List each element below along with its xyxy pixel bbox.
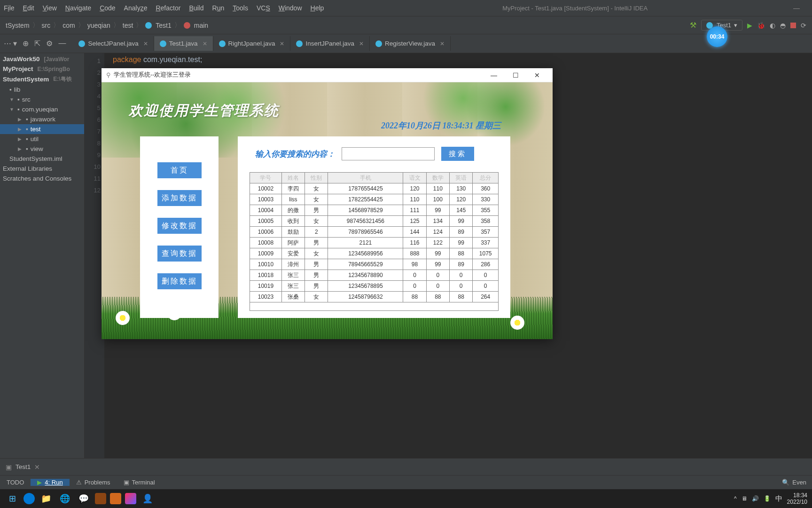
table-header[interactable]: 手机 [328, 173, 403, 183]
dropdown-icon[interactable]: ⋯ ▾ [4, 39, 17, 48]
intellij-icon[interactable] [125, 493, 136, 504]
folder-view[interactable]: ▶▪view [0, 144, 84, 154]
close-icon[interactable]: ✕ [359, 40, 364, 47]
close-icon[interactable]: ✕ [34, 463, 40, 471]
folder-lib[interactable]: ▪lib [0, 85, 84, 95]
run-icon[interactable]: ▶ [747, 22, 752, 29]
search-input[interactable] [342, 147, 435, 160]
scratches[interactable]: Scratches and Consoles [0, 174, 84, 183]
swing-titlebar[interactable]: ⚲ 学生管理系统--欢迎张三登录 — ☐ ✕ [102, 68, 553, 82]
table-row[interactable]: 10005收到女98745632145612513499358 [250, 216, 499, 227]
menu-view[interactable]: View [43, 4, 57, 12]
chrome-icon[interactable]: 🌐 [57, 491, 72, 506]
menu-vcs[interactable]: VCS [257, 4, 270, 12]
update-icon[interactable]: ⟳ [801, 22, 806, 29]
table-row[interactable]: 10002李四女17876554425120110130360 [250, 183, 499, 194]
crumb[interactable]: test [123, 22, 133, 29]
project-root[interactable]: JavaWork50[JavaWor [0, 54, 84, 64]
table-header[interactable]: 姓名 [281, 173, 304, 183]
close-icon[interactable]: ✕ [280, 40, 284, 47]
menu-analyze[interactable]: Analyze [124, 4, 148, 12]
tab-selectjpanel[interactable]: SelectJPanel.java✕ [73, 36, 154, 51]
project-root[interactable]: MyProjectE:\SpringBo [0, 64, 84, 74]
minimize-button[interactable]: — [483, 71, 505, 79]
home-button[interactable]: 首页 [157, 162, 202, 178]
table-row[interactable]: 10008阿萨男212111612299337 [250, 238, 499, 248]
timer-badge[interactable]: 00:34 [707, 26, 727, 47]
table-row[interactable]: 10023张桑女12458796632888888264 [250, 292, 499, 302]
file-iml[interactable]: StudentSystem.iml [0, 154, 84, 164]
todo-tool[interactable]: TODO [0, 479, 31, 486]
table-header[interactable]: 数学 [426, 173, 449, 183]
edge-icon[interactable] [23, 493, 35, 504]
table-row[interactable]: 10004的撒男1456897852911199145355 [250, 205, 499, 216]
terminal-tool[interactable]: ▣Terminal [117, 479, 162, 486]
table-header[interactable]: 语文 [403, 173, 426, 183]
project-root[interactable]: StudentSystemE:\粤铁 [0, 74, 84, 85]
clock[interactable]: 18:34 2022/10 [787, 492, 807, 506]
problems-tool[interactable]: ⚠Problems [70, 479, 117, 486]
profiler-icon[interactable]: ◓ [780, 22, 786, 29]
edit-button[interactable]: 修改数据 [157, 218, 202, 234]
crumb[interactable]: src [42, 22, 51, 29]
crumb[interactable]: tSystem [6, 22, 30, 29]
crumb[interactable]: Test1 [156, 22, 171, 29]
external-libraries[interactable]: External Libraries [0, 164, 84, 174]
tab-test1[interactable]: Test1.java✕ [154, 36, 213, 51]
code-line[interactable]: package com.yueqian.test; [113, 55, 202, 64]
table-header[interactable]: 性别 [305, 173, 328, 183]
menu-help[interactable]: Help [311, 4, 324, 12]
run-tab-label[interactable]: Test1 [16, 463, 31, 470]
tab-registerview[interactable]: RegisterView.java✕ [370, 36, 451, 51]
folder-src[interactable]: ▼▪src [0, 95, 84, 104]
table-header[interactable]: 英语 [450, 173, 473, 183]
close-icon[interactable]: ✕ [143, 40, 148, 47]
stop-icon[interactable] [790, 23, 796, 28]
add-button[interactable]: 添加数据 [157, 190, 202, 206]
close-icon[interactable]: ✕ [440, 40, 445, 47]
table-row[interactable]: 10010漳州男78945665529989989286 [250, 259, 499, 270]
app-icon[interactable] [95, 493, 106, 504]
tab-insertjpanel[interactable]: InsertJPanel.java✕ [290, 36, 370, 51]
maximize-button[interactable]: ☐ [505, 71, 526, 79]
crumb[interactable]: yueqian [87, 22, 110, 29]
wechat-icon[interactable]: 💬 [76, 491, 91, 506]
menu-run[interactable]: Run [212, 4, 225, 12]
folder-pkg[interactable]: ▼▪com.yueqian [0, 104, 84, 114]
tray-monitor-icon[interactable]: 🖥 [742, 495, 747, 502]
hide-icon[interactable]: — [58, 39, 66, 48]
table-header[interactable]: 学号 [250, 173, 282, 183]
tray-chevron-icon[interactable]: ^ [734, 495, 737, 502]
table-row[interactable]: 10019张三男123456788950000 [250, 281, 499, 292]
query-button[interactable]: 查询数据 [157, 246, 202, 262]
coverage-icon[interactable]: ◐ [770, 22, 775, 29]
delete-button[interactable]: 删除数据 [157, 273, 202, 289]
debug-icon[interactable]: 🐞 [757, 22, 765, 29]
build-icon[interactable]: ⚒ [690, 21, 696, 30]
menu-tools[interactable]: Tools [233, 4, 248, 12]
crumb[interactable]: com [62, 22, 75, 29]
app-icon[interactable]: 👤 [140, 491, 155, 506]
gear-icon[interactable]: ⚙ [46, 39, 53, 48]
tab-rightjpanel[interactable]: RightJpanel.java✕ [213, 36, 291, 51]
folder-test[interactable]: ▶▪test [0, 124, 84, 134]
app-icon[interactable] [110, 493, 121, 504]
run-tool[interactable]: ▶4: Run [31, 479, 69, 486]
project-tree[interactable]: JavaWork50[JavaWor MyProjectE:\SpringBo … [0, 53, 85, 458]
folder-util[interactable]: ▶▪util [0, 134, 84, 144]
start-icon[interactable]: ⊞ [5, 491, 20, 506]
collapse-icon[interactable]: ⇱ [34, 39, 40, 48]
explorer-icon[interactable]: 📁 [39, 491, 54, 506]
menu-file[interactable]: File [4, 4, 15, 12]
table-row[interactable]: 10018张三男123456788900000 [250, 270, 499, 281]
table-row[interactable]: 10006鼓励27897896554614412489357 [250, 227, 499, 238]
crumb[interactable]: main [194, 22, 208, 29]
table-header[interactable]: 总分 [473, 173, 499, 183]
search-button[interactable]: 搜索 [441, 147, 474, 161]
menu-refactor[interactable]: Refactor [156, 4, 180, 12]
menu-build[interactable]: Build [189, 4, 203, 12]
table-row[interactable]: 10009安爱女1234568995688899881075 [250, 248, 499, 259]
menu-code[interactable]: Code [100, 4, 115, 12]
ime-indicator[interactable]: 中 [775, 494, 782, 503]
menu-window[interactable]: Window [279, 4, 302, 12]
